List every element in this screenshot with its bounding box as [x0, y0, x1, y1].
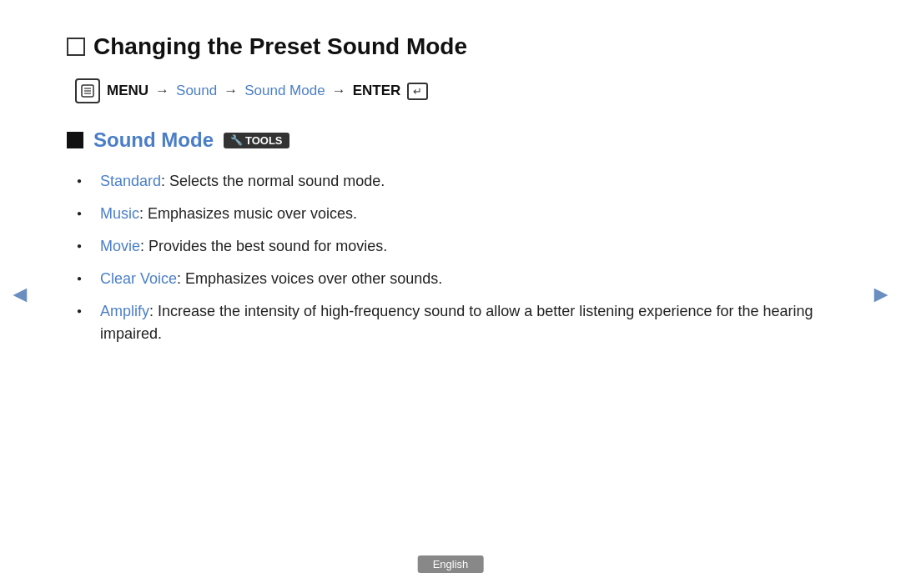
menu-icon [75, 78, 100, 103]
tools-label: TOOLS [245, 134, 283, 147]
term-music: Music [100, 205, 139, 222]
desc-music: : Emphasizes music over voices. [139, 205, 357, 222]
term-movie: Movie [100, 238, 140, 254]
desc-movie: : Provides the best sound for movies. [140, 238, 387, 254]
arrow-2: → [224, 83, 238, 99]
title-row: Changing the Preset Sound Mode [67, 33, 834, 60]
enter-label: ENTER [353, 83, 401, 99]
footer-language-label: English [418, 555, 484, 573]
desc-amplify: : Increase the intensity of high-frequen… [100, 303, 813, 342]
list-item: Clear Voice: Emphasizes voices over othe… [100, 268, 834, 290]
nav-left-arrow[interactable]: ◄ [8, 281, 32, 308]
menu-label: MENU [107, 83, 148, 99]
tools-icon: 🔧 [230, 134, 243, 146]
arrow-3: → [332, 83, 346, 99]
checkbox-icon [67, 38, 85, 56]
menu-sound-mode-link[interactable]: Sound Mode [244, 83, 325, 99]
enter-icon: ↵ [407, 83, 428, 100]
list-item: Music: Emphasizes music over voices. [100, 203, 834, 225]
page-container: Changing the Preset Sound Mode MENU → So… [0, 0, 901, 588]
list-item: Movie: Provides the best sound for movie… [100, 235, 834, 258]
term-clear-voice: Clear Voice [100, 270, 177, 287]
desc-standard: : Selects the normal sound mode. [161, 173, 385, 189]
term-amplify: Amplify [100, 303, 149, 319]
term-standard: Standard [100, 173, 161, 189]
bullet-list: Standard: Selects the normal sound mode.… [67, 170, 834, 345]
nav-right-arrow[interactable]: ► [869, 281, 893, 308]
arrow-1: → [155, 83, 169, 99]
page-title: Changing the Preset Sound Mode [93, 33, 467, 60]
menu-path: MENU → Sound → Sound Mode → ENTER ↵ [75, 78, 834, 103]
list-item: Standard: Selects the normal sound mode. [100, 170, 834, 193]
tools-badge: 🔧 TOOLS [224, 133, 289, 148]
section-header: Sound Mode 🔧 TOOLS [67, 128, 834, 152]
menu-sound-link[interactable]: Sound [176, 83, 217, 99]
black-square-icon [67, 132, 83, 148]
section-title: Sound Mode [93, 128, 214, 152]
desc-clear-voice: : Emphasizes voices over other sounds. [177, 270, 442, 287]
list-item: Amplify: Increase the intensity of high-… [100, 300, 834, 345]
